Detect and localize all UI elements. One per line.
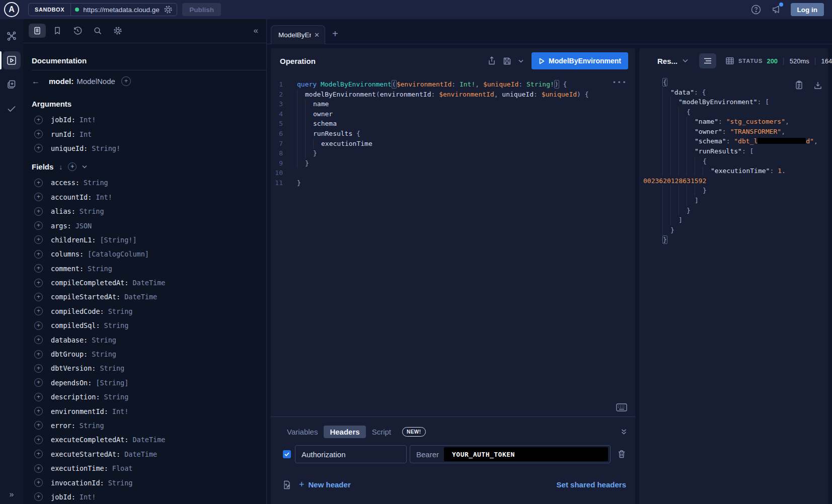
field-row[interactable]: +compileCompletedAt:DateTime (32, 276, 266, 290)
docs-tab-history-icon[interactable] (69, 24, 86, 38)
field-row[interactable]: +childrenL1:[String!] (32, 233, 266, 247)
operation-tab[interactable]: ModelByEnvi... ✕ (271, 25, 325, 44)
field-type[interactable]: String (100, 364, 124, 372)
field-row[interactable]: +dbtGroup:String (32, 347, 266, 361)
rail-item-operations[interactable] (3, 75, 21, 94)
keyboard-shortcuts-icon[interactable] (616, 403, 627, 411)
argument-row[interactable]: +uniqueId:String! (32, 141, 266, 155)
field-row[interactable]: +args:JSON (32, 218, 266, 232)
field-type[interactable]: DateTime (124, 293, 157, 301)
expand-panel-icon[interactable]: » (10, 490, 14, 499)
docs-tab-documentation[interactable] (29, 24, 46, 38)
field-type[interactable]: String (92, 350, 116, 358)
add-field-icon[interactable]: + (34, 321, 43, 330)
field-type[interactable]: Int! (80, 493, 96, 501)
add-field-icon[interactable]: + (34, 264, 43, 273)
add-field-icon[interactable]: + (34, 478, 43, 487)
tab-script[interactable]: Script (366, 426, 397, 438)
add-field-icon[interactable]: + (34, 464, 43, 473)
close-tab-icon[interactable]: ✕ (314, 31, 320, 39)
collapse-docs-icon[interactable]: « (254, 26, 258, 36)
tab-headers[interactable]: Headers (324, 426, 365, 438)
field-row[interactable]: +invocationId:String (32, 475, 266, 489)
help-icon[interactable] (750, 4, 762, 15)
share-operation-icon[interactable] (488, 56, 496, 65)
field-row[interactable]: +environmentId:Int! (32, 404, 266, 418)
response-title-chevron-icon[interactable] (683, 59, 688, 63)
header-value-input[interactable]: Bearer YOUR_AUTH_TOKEN (410, 445, 611, 463)
field-type[interactable]: String (108, 307, 133, 315)
add-field-icon[interactable]: + (34, 193, 43, 201)
breadcrumb-type[interactable]: ModelNode (77, 77, 115, 86)
add-field-icon[interactable]: + (34, 407, 43, 415)
add-argument-icon[interactable]: + (34, 144, 43, 152)
endpoint-url[interactable]: https://metadata.cloud.get (83, 6, 160, 14)
field-type[interactable]: String (104, 393, 129, 401)
publish-button[interactable]: Publish (182, 3, 221, 16)
new-tab-icon[interactable]: + (332, 28, 338, 40)
rail-item-schema[interactable] (3, 27, 21, 45)
field-row[interactable]: +alias:String (32, 204, 266, 218)
copy-response-icon[interactable] (795, 80, 803, 90)
field-row[interactable]: +comment:String (32, 262, 266, 276)
response-body[interactable]: {"data": {"modelByEnvironment": [{"name"… (639, 73, 828, 504)
add-argument-icon[interactable]: + (34, 116, 43, 124)
add-field-icon[interactable]: + (34, 436, 43, 444)
add-field-icon[interactable]: + (34, 250, 43, 259)
add-field-icon[interactable]: + (34, 221, 43, 230)
field-row[interactable]: +compileStartedAt:DateTime (32, 290, 266, 304)
field-type[interactable]: DateTime (132, 279, 165, 287)
field-type[interactable]: [String] (96, 379, 128, 387)
field-row[interactable]: +columns:[CatalogColumn] (32, 247, 266, 261)
back-arrow-icon[interactable]: ← (32, 77, 40, 86)
field-row[interactable]: +dbtVersion:String (32, 361, 266, 375)
field-type[interactable]: Float (112, 464, 133, 472)
field-type[interactable]: [CatalogColumn] (88, 250, 149, 258)
field-type[interactable]: DateTime (124, 450, 157, 458)
add-field-icon[interactable]: + (34, 378, 43, 387)
field-type[interactable]: [String!] (100, 236, 136, 244)
header-key-input[interactable] (295, 445, 407, 463)
add-field-icon[interactable]: + (34, 235, 43, 244)
add-field-icon[interactable]: + (34, 450, 43, 458)
add-field-icon[interactable]: + (34, 279, 43, 287)
field-row[interactable]: +executeCompletedAt:DateTime (32, 433, 266, 447)
argument-type[interactable]: Int! (80, 116, 96, 124)
field-row[interactable]: +executeStartedAt:DateTime (32, 447, 266, 461)
apollo-logo[interactable]: A (4, 2, 19, 17)
argument-row[interactable]: +runId:Int (32, 127, 266, 141)
download-response-icon[interactable] (814, 80, 822, 90)
header-enabled-checkbox[interactable] (283, 450, 291, 458)
add-field-icon[interactable]: + (34, 492, 43, 501)
docs-tab-search-icon[interactable] (89, 24, 106, 38)
add-field-icon[interactable]: + (34, 421, 43, 430)
field-row[interactable]: +compiledSql:String (32, 318, 266, 332)
field-row[interactable]: +accountId:Int! (32, 190, 266, 204)
sort-fields-icon[interactable]: ↓ (59, 163, 62, 171)
endpoint-url-field[interactable]: https://metadata.cloud.get (71, 5, 177, 14)
field-row[interactable]: +error:String (32, 418, 266, 433)
add-field-icon[interactable]: + (34, 307, 43, 315)
field-type[interactable]: String (80, 207, 104, 215)
save-options-chevron-icon[interactable] (518, 59, 523, 63)
add-field-icon[interactable]: + (34, 293, 43, 301)
field-row[interactable]: +compiledCode:String (32, 304, 266, 318)
environment-variables-icon[interactable] (283, 480, 291, 489)
auth-token-value[interactable]: YOUR_AUTH_TOKEN (444, 447, 608, 461)
field-row[interactable]: +access:String (32, 176, 266, 190)
field-type[interactable]: Int! (112, 407, 129, 415)
argument-row[interactable]: +jobId:Int! (32, 113, 266, 127)
add-field-icon[interactable]: + (34, 179, 43, 187)
docs-tab-bookmarks-icon[interactable] (49, 24, 66, 38)
field-type[interactable]: String (80, 422, 104, 430)
raw-view-icon[interactable] (699, 53, 716, 68)
tab-variables[interactable]: Variables (281, 426, 324, 438)
set-shared-headers-link[interactable]: Set shared headers (557, 480, 626, 489)
add-field-icon[interactable]: + (34, 393, 43, 401)
add-field-icon[interactable]: + (34, 350, 43, 359)
announcements-megaphone-icon[interactable] (771, 4, 782, 15)
add-all-fields-icon[interactable]: + (68, 162, 77, 171)
field-type[interactable]: JSON (75, 222, 92, 230)
run-operation-button[interactable]: ModelByEnvironment (532, 52, 628, 69)
field-type[interactable]: Int! (96, 193, 112, 201)
